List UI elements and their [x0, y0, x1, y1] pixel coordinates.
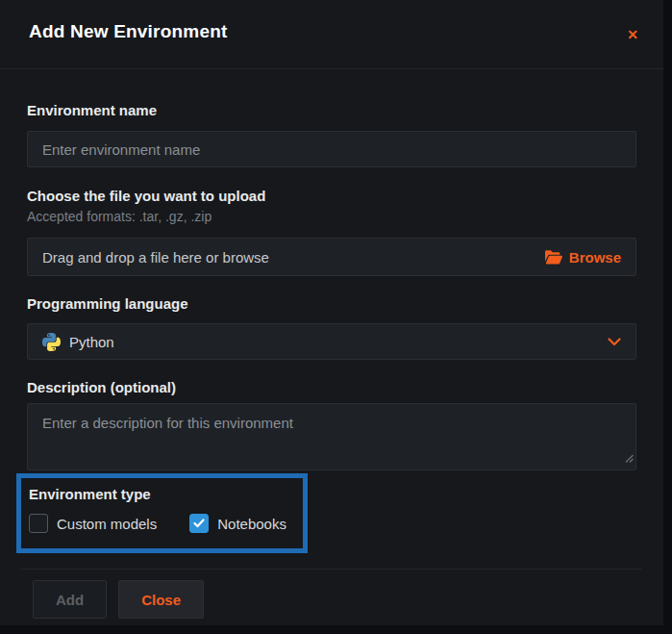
- python-icon: [42, 333, 61, 351]
- modal-header: Add New Environment ✕: [0, 0, 663, 69]
- environment-type-highlight-box: Environment type Custom models: [16, 473, 308, 553]
- checkmark-icon: [193, 519, 205, 528]
- language-selected-value: Python: [69, 334, 608, 350]
- upload-label: Choose the file you want to upload: [27, 189, 636, 204]
- browse-label: Browse: [569, 249, 621, 266]
- chevron-down-icon: [608, 338, 621, 346]
- notebooks-checkbox-box[interactable]: [189, 514, 209, 533]
- resize-handle-icon[interactable]: [625, 449, 634, 467]
- close-icon[interactable]: ✕: [625, 26, 640, 43]
- browse-button[interactable]: Browse: [545, 249, 621, 266]
- language-label: Programming language: [27, 296, 636, 312]
- environment-name-input[interactable]: [27, 131, 636, 167]
- file-dropzone[interactable]: Drag and drop a file here or browse Brow…: [27, 238, 636, 276]
- description-field: [27, 403, 636, 470]
- notebooks-checkbox[interactable]: Notebooks: [189, 514, 286, 533]
- environment-name-label: Environment name: [27, 103, 636, 118]
- custom-models-checkbox[interactable]: Custom models: [29, 514, 157, 533]
- environment-type-options: Custom models Notebooks: [29, 514, 295, 533]
- page-background: Add New Environment ✕ Environment name C…: [0, 0, 672, 634]
- add-environment-modal: Add New Environment ✕ Environment name C…: [0, 0, 663, 625]
- dropzone-text: Drag and drop a file here or browse: [42, 249, 269, 266]
- notebooks-label: Notebooks: [217, 516, 286, 532]
- modal-title: Add New Environment: [29, 21, 227, 42]
- close-button[interactable]: Close: [118, 580, 204, 619]
- add-button[interactable]: Add: [33, 580, 107, 619]
- description-textarea[interactable]: [27, 403, 636, 470]
- custom-models-checkbox-box[interactable]: [29, 514, 48, 533]
- description-label: Description (optional): [27, 380, 636, 395]
- language-select[interactable]: Python: [27, 323, 636, 360]
- folder-open-icon: [545, 250, 562, 265]
- modal-body: Environment name Choose the file you wan…: [0, 103, 663, 553]
- custom-models-label: Custom models: [57, 516, 157, 532]
- accepted-formats-hint: Accepted formats: .tar, .gz, .zip: [27, 209, 636, 224]
- environment-type-label: Environment type: [29, 487, 295, 502]
- modal-footer: Add Close: [0, 570, 663, 619]
